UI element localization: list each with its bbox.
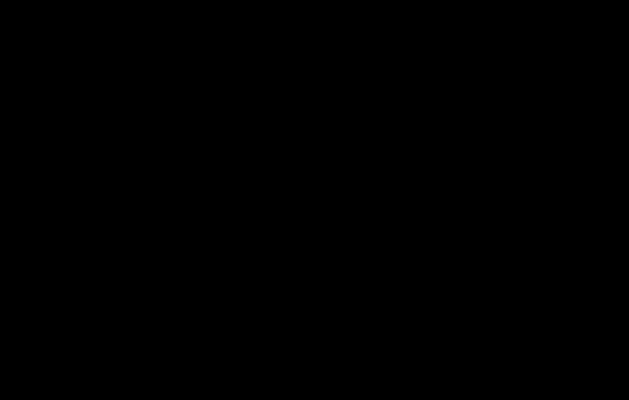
spectrogram-canvas — [0, 0, 629, 400]
hrofft-window — [0, 0, 629, 400]
